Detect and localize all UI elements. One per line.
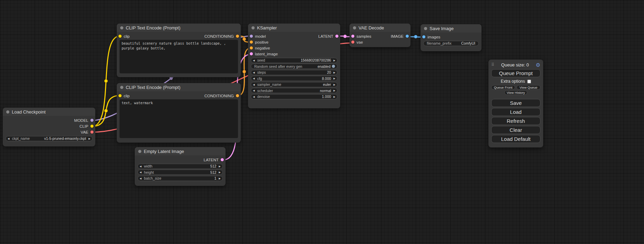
height-widget[interactable]: ◀ height 512 ▶	[138, 170, 223, 175]
node-title-bar[interactable]: CLIP Text Encode (Prompt)	[117, 83, 241, 91]
collapse-dot-icon[interactable]	[424, 27, 427, 30]
image-output-label: IMAGE	[391, 34, 404, 38]
negative-input-dot[interactable]	[250, 46, 253, 49]
vae-input-label: vae	[356, 40, 363, 44]
widget-label: sampler_name	[257, 82, 281, 87]
steps-widget[interactable]: ◀ steps 20 ▶	[251, 70, 337, 75]
increment-arrow-icon[interactable]: ▶	[219, 177, 221, 180]
view-queue-button[interactable]: View Queue	[517, 85, 540, 90]
clip-output-dot[interactable]	[90, 125, 94, 128]
conditioning-output-dot[interactable]	[236, 35, 239, 38]
node-clip-text-encode-positive[interactable]: CLIP Text Encode (Prompt) clip CONDITION…	[117, 24, 241, 77]
view-history-button[interactable]: View History	[504, 90, 528, 95]
increment-arrow-icon[interactable]: ▶	[334, 89, 335, 92]
settings-gear-icon[interactable]: ⚙	[536, 62, 540, 67]
conditioning-output-dot[interactable]	[236, 94, 239, 97]
model-output-dot[interactable]	[90, 119, 94, 122]
refresh-button[interactable]: Refresh	[491, 117, 540, 125]
samples-input-label: samples	[356, 34, 371, 38]
latent-output-dot[interactable]	[335, 35, 338, 38]
collapse-dot-icon[interactable]	[252, 26, 255, 29]
collapse-dot-icon[interactable]	[120, 86, 123, 89]
drag-handle-icon[interactable]: ⠿	[491, 62, 494, 67]
decrement-arrow-icon[interactable]: ◀	[140, 165, 141, 168]
decrement-arrow-icon[interactable]: ◀	[253, 71, 255, 74]
clip-input-dot[interactable]	[118, 35, 122, 38]
node-clip-text-encode-negative[interactable]: CLIP Text Encode (Prompt) clip CONDITION…	[117, 83, 241, 143]
vae-output-dot[interactable]	[90, 130, 94, 134]
node-title-bar[interactable]: VAE Decode	[350, 24, 411, 32]
decrement-arrow-icon[interactable]: ◀	[253, 83, 255, 86]
queue-front-button[interactable]: Queue Front	[491, 85, 515, 90]
collapse-dot-icon[interactable]	[138, 150, 141, 153]
load-default-button[interactable]: Load Default	[491, 135, 540, 143]
widget-value: 512	[210, 164, 217, 168]
node-ksampler[interactable]: KSampler model LATENT positive negative	[248, 24, 340, 108]
increment-arrow-icon[interactable]: ▶	[219, 171, 221, 173]
vae-input-dot[interactable]	[351, 40, 354, 44]
random-seed-toggle-widget[interactable]: Random seed after every gen enabled	[251, 64, 337, 69]
node-empty-latent-image[interactable]: Empty Latent Image LATENT ◀ width 512 ▶ …	[135, 147, 226, 186]
batch-size-widget[interactable]: ◀ batch_size 1 ▶	[138, 176, 223, 181]
images-input-dot[interactable]	[422, 35, 425, 38]
decrement-arrow-icon[interactable]: ◀	[140, 177, 141, 180]
decrement-arrow-icon[interactable]: ◀	[8, 137, 9, 140]
decrement-arrow-icon[interactable]: ◀	[140, 171, 141, 173]
seed-widget[interactable]: ◀ seed 156680208700286 ▶	[251, 58, 337, 63]
increment-arrow-icon[interactable]: ▶	[334, 77, 335, 80]
collapse-dot-icon[interactable]	[6, 110, 9, 114]
increment-arrow-icon[interactable]: ▶	[89, 137, 90, 140]
increment-arrow-icon[interactable]: ▶	[334, 71, 335, 74]
node-save-image[interactable]: Save Image images filename_prefix ComfyU…	[421, 24, 482, 51]
denoise-widget[interactable]: ◀ denoise 1.000 ▶	[251, 94, 337, 99]
slot-row: CLIP	[3, 123, 95, 129]
width-widget[interactable]: ◀ width 512 ▶	[138, 164, 223, 169]
widget-label: cfg	[257, 76, 262, 81]
decrement-arrow-icon[interactable]: ◀	[253, 77, 255, 80]
latent-output-dot[interactable]	[221, 158, 224, 161]
clear-button[interactable]: Clear	[491, 126, 540, 134]
node-title-bar[interactable]: CLIP Text Encode (Prompt)	[117, 24, 241, 32]
positive-prompt-textarea[interactable]: beautiful scenery nature glass bottle la…	[120, 40, 238, 73]
slot-row: images	[421, 34, 482, 40]
queue-controls-row: Queue Front View Queue	[491, 85, 540, 90]
image-output-dot[interactable]	[406, 35, 409, 38]
widget-value: ComfyUI	[461, 41, 475, 45]
node-title: VAE Decode	[359, 25, 384, 30]
filename-prefix-widget[interactable]: filename_prefix ComfyUI	[423, 41, 479, 46]
cfg-widget[interactable]: ◀ cfg 8.000 ▶	[251, 76, 337, 81]
ckpt-name-widget[interactable]: ◀ ckpt_name v1-5-pruned-emaonly.ckpt ▶	[6, 136, 92, 141]
wire-positive-midpoint-dot	[242, 37, 246, 41]
node-load-checkpoint[interactable]: Load Checkpoint MODEL CLIP VAE ◀ ckpt_na…	[3, 108, 95, 146]
collapse-dot-icon[interactable]	[353, 26, 356, 29]
collapse-dot-icon[interactable]	[120, 26, 123, 29]
node-vae-decode[interactable]: VAE Decode samples IMAGE vae	[350, 24, 411, 47]
node-title-bar[interactable]: Save Image	[421, 24, 482, 33]
widget-value: 512	[210, 170, 217, 174]
save-button[interactable]: Save	[491, 99, 540, 107]
load-button[interactable]: Load	[491, 108, 540, 116]
extra-options-checkbox[interactable]	[527, 80, 531, 83]
queue-prompt-button[interactable]: Queue Prompt	[491, 69, 540, 77]
conditioning-output-label: CONDITIONING	[204, 34, 234, 38]
scheduler-widget[interactable]: ◀ scheduler normal ▶	[251, 88, 337, 93]
increment-arrow-icon[interactable]: ▶	[334, 59, 335, 62]
decrement-arrow-icon[interactable]: ◀	[253, 96, 255, 98]
negative-prompt-textarea[interactable]: text, watermark	[120, 99, 238, 138]
positive-input-dot[interactable]	[250, 40, 253, 44]
node-title-bar[interactable]: Empty Latent Image	[135, 147, 226, 155]
wire-clip-positive-midpoint-dot	[104, 79, 108, 83]
model-input-dot[interactable]	[250, 35, 253, 38]
increment-arrow-icon[interactable]: ▶	[219, 165, 221, 168]
decrement-arrow-icon[interactable]: ◀	[253, 89, 255, 92]
latent-image-input-dot[interactable]	[250, 52, 253, 55]
node-title-bar[interactable]: KSampler	[248, 24, 340, 32]
toggle-indicator-icon[interactable]	[332, 65, 335, 68]
decrement-arrow-icon[interactable]: ◀	[253, 59, 255, 62]
sampler-name-widget[interactable]: ◀ sampler_name euler ▶	[251, 82, 337, 87]
increment-arrow-icon[interactable]: ▶	[334, 96, 335, 98]
node-title-bar[interactable]: Load Checkpoint	[3, 108, 95, 116]
clip-input-dot[interactable]	[118, 94, 122, 97]
increment-arrow-icon[interactable]: ▶	[334, 83, 335, 86]
samples-input-dot[interactable]	[351, 35, 354, 38]
